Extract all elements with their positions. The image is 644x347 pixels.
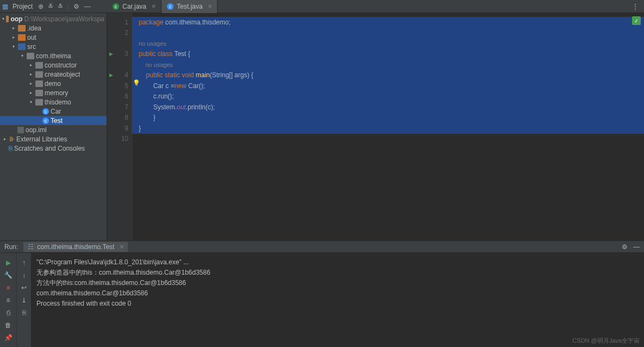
wrench-icon[interactable]: 🔧 <box>0 269 16 281</box>
chevron-down-icon[interactable] <box>20 53 25 58</box>
tree-root[interactable]: oop D:\Workspace\javaWorkspa <box>0 14 107 23</box>
code-line[interactable]: public class Test { <box>132 49 644 60</box>
gutter-line[interactable]: 5 <box>107 80 132 91</box>
run-header-actions: ⚙ — <box>622 243 640 251</box>
gutter-line[interactable]: ▶4 <box>107 70 132 81</box>
run-tab[interactable]: ☷ com.itheima.thisdemo.Test × <box>23 242 128 252</box>
java-class-icon: c <box>167 3 174 10</box>
tree-car-class[interactable]: c Car <box>0 107 107 116</box>
rerun-icon[interactable]: ▶ <box>0 256 16 269</box>
tree-label: oop <box>10 15 22 23</box>
code-line[interactable] <box>132 28 644 39</box>
export-icon[interactable]: ⎘ <box>17 306 31 319</box>
file-icon <box>17 127 24 133</box>
tab-car[interactable]: c Car.java × <box>107 0 162 13</box>
chevron-right-icon[interactable] <box>28 72 34 77</box>
gutter-line[interactable] <box>107 38 132 49</box>
tree-constructor[interactable]: constructor <box>0 60 107 70</box>
gutter-line[interactable]: 10 <box>107 134 132 145</box>
tree-label: External Libraries <box>16 135 67 143</box>
java-class-icon: c <box>42 108 49 115</box>
chevron-right-icon[interactable] <box>11 35 16 40</box>
gear-icon[interactable]: ⚙ <box>73 3 79 10</box>
tree-thisdemo[interactable]: thisdemo <box>0 97 107 107</box>
chevron-right-icon[interactable] <box>28 63 34 67</box>
tree-test-class[interactable]: c Test <box>0 116 107 125</box>
gutter-line[interactable]: ▶3 <box>107 49 132 60</box>
layout-icon[interactable]: ≡ <box>0 294 16 306</box>
chevron-down-icon[interactable] <box>11 44 16 49</box>
collapse-icon[interactable]: ≛ <box>58 3 63 10</box>
tree-scratches[interactable]: ⎘ Scratches and Consoles <box>0 144 107 153</box>
gutter-line[interactable] <box>107 59 132 70</box>
chevron-down-icon[interactable] <box>2 16 4 21</box>
close-icon[interactable]: × <box>208 3 212 10</box>
tree-iml[interactable]: oop.iml <box>0 125 107 134</box>
down-icon[interactable]: ↓ <box>17 269 31 281</box>
gutter-line[interactable]: 9 <box>107 123 132 134</box>
chevron-right-icon[interactable] <box>28 90 34 95</box>
code-editor[interactable]: 1 2 ▶3 ▶4 5 6 7 8 9 10 💡 package com.ith… <box>107 13 644 240</box>
console-output[interactable]: "C:\Program Files\Java\jdk1.8.0_201\bin\… <box>31 253 644 347</box>
project-tool-label[interactable]: Project <box>13 3 33 10</box>
chevron-down-icon[interactable] <box>28 100 34 104</box>
code-line[interactable]: public static void main(String[] args) { <box>132 70 644 81</box>
code-line[interactable]: c.run(); <box>132 91 644 102</box>
tab-test[interactable]: c Test.java × <box>162 0 218 13</box>
analysis-ok-icon[interactable]: ✓ <box>632 16 641 25</box>
code-line[interactable] <box>132 134 644 145</box>
minimize-icon[interactable]: — <box>633 243 640 251</box>
tree-label: Scratches and Consoles <box>14 145 85 152</box>
gutter-line[interactable]: 8 <box>107 113 132 123</box>
code-line[interactable]: System.out.println(c); <box>132 102 644 113</box>
intention-bulb-icon[interactable]: 💡 <box>133 79 140 86</box>
expand-icon[interactable]: ≚ <box>48 3 53 10</box>
gear-icon[interactable]: ⚙ <box>622 243 628 251</box>
chevron-right-icon[interactable] <box>28 81 34 86</box>
tree-pkg[interactable]: com.itheima <box>0 51 107 60</box>
gutter-line[interactable]: 2 <box>107 28 132 39</box>
more-icon[interactable]: ⋮ <box>632 3 639 10</box>
scroll-icon[interactable]: ⤓ <box>17 294 31 306</box>
wrap-icon[interactable]: ↩ <box>17 281 31 294</box>
project-tool-actions: ⊕ ≚ ≛ | ⚙ — <box>38 3 90 10</box>
code-line[interactable]: } <box>132 123 644 134</box>
code-line[interactable]: no usages <box>132 59 644 70</box>
watermark: CSDN @明月Java全宇宙 <box>572 337 640 345</box>
close-icon[interactable]: × <box>152 3 156 10</box>
chevron-right-icon[interactable] <box>11 26 16 30</box>
code-line[interactable]: package com.itheima.thisdemo; <box>132 17 644 28</box>
tree-createobject[interactable]: createobject <box>0 70 107 79</box>
java-class-icon: c <box>113 3 119 10</box>
run-tab-label: com.itheima.thisdemo.Test <box>37 243 114 251</box>
code-line[interactable]: no usages <box>132 38 644 49</box>
stop-icon[interactable]: ■ <box>0 281 16 294</box>
chevron-right-icon[interactable] <box>2 137 8 141</box>
tree-external[interactable]: ⊪ External Libraries <box>0 134 107 144</box>
run-gutter-icon[interactable]: ▶ <box>109 51 113 57</box>
pin-icon[interactable]: 📌 <box>0 331 16 344</box>
close-icon[interactable]: × <box>120 243 123 251</box>
delete-icon[interactable]: 🗑 <box>0 319 16 331</box>
minimize-icon[interactable]: — <box>84 3 90 10</box>
console-line: 无参构造器中的this：com.itheima.thisdemo.Car@1b6… <box>36 268 639 278</box>
target-icon[interactable]: ⊕ <box>38 3 44 10</box>
gutter-line[interactable]: 7 <box>107 102 132 113</box>
code-line[interactable]: } <box>132 113 644 123</box>
gutter-line[interactable]: 6 <box>107 91 132 102</box>
code-area[interactable]: 💡 package com.itheima.thisdemo; no usage… <box>132 13 644 240</box>
tree-demo[interactable]: demo <box>0 79 107 88</box>
project-tree[interactable]: oop D:\Workspace\javaWorkspa .idea out s… <box>0 13 107 240</box>
console-line: "C:\Program Files\Java\jdk1.8.0_201\bin\… <box>36 257 639 268</box>
up-icon[interactable]: ↑ <box>17 256 31 269</box>
tree-memory[interactable]: memory <box>0 88 107 97</box>
tree-label: .idea <box>27 24 41 32</box>
print-icon[interactable]: ⎙ <box>0 306 16 319</box>
gutter-line[interactable]: 1 <box>107 17 132 28</box>
tree-src[interactable]: src <box>0 42 107 51</box>
top-toolbar: ▦ Project ⊕ ≚ ≛ | ⚙ — c Car.java × c Tes… <box>0 0 644 13</box>
tree-out[interactable]: out <box>0 33 107 42</box>
run-gutter-icon[interactable]: ▶ <box>109 72 113 78</box>
code-line[interactable]: Car c =new Car(); <box>132 80 644 91</box>
tree-idea[interactable]: .idea <box>0 23 107 33</box>
